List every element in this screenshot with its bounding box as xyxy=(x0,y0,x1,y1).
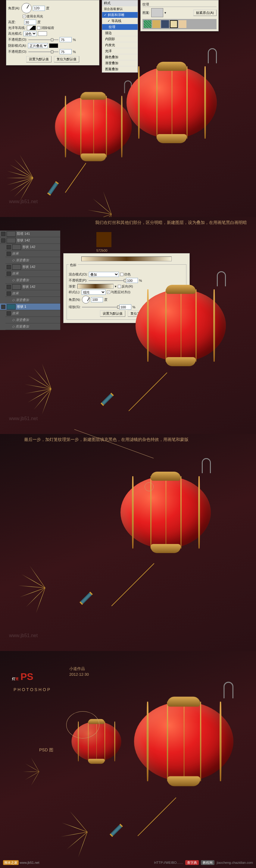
reverse-checkbox[interactable] xyxy=(118,285,121,288)
footer-link[interactable]: 教程网 xyxy=(201,860,215,865)
tassel-line xyxy=(138,798,177,836)
site-badge: 脚本之家 xyxy=(3,860,19,865)
pattern-dialog: 纹理 图案: ▾ 贴紧原点(A) xyxy=(140,0,219,31)
style-select[interactable]: 线性 xyxy=(82,290,106,295)
layer-row[interactable]: 效果 xyxy=(5,250,60,257)
hook-icon xyxy=(208,48,217,63)
anti-alias-checkbox[interactable] xyxy=(37,26,40,30)
pattern-grid[interactable] xyxy=(142,19,217,29)
note-text: 我们在灯丝和其他们部分，区分明暗，新建图层，设为叠加，在用画笔黑白画明暗 xyxy=(95,220,247,225)
angle-input[interactable] xyxy=(33,6,45,11)
angle-label: 角度(N): xyxy=(69,298,81,302)
eye-icon[interactable] xyxy=(1,232,5,236)
layer-row[interactable]: 形状 142 xyxy=(0,237,60,244)
eye-icon[interactable] xyxy=(7,265,11,269)
snap-button[interactable]: 贴紧原点(A) xyxy=(193,10,217,16)
angle-dial[interactable] xyxy=(82,296,90,304)
opacity1-slider[interactable] xyxy=(28,38,58,42)
layer-row[interactable]: 效果 xyxy=(5,290,60,297)
fx-item-contour[interactable]: ✓等高线 xyxy=(102,18,138,24)
shadow-mode-select[interactable]: 正片叠底 xyxy=(28,43,48,48)
fx-item-innershadow[interactable]: 内阴影 xyxy=(102,36,138,42)
fx-title: 样式 xyxy=(104,1,110,5)
gradient-bar[interactable] xyxy=(81,256,172,261)
eye-icon[interactable] xyxy=(7,245,11,249)
fx-item-bevel[interactable]: ✓斜面和浮雕 xyxy=(102,12,138,18)
layer-row[interactable]: 效果 xyxy=(5,310,60,317)
pattern-picker[interactable] xyxy=(151,8,163,17)
zoom-slider[interactable] xyxy=(82,305,118,309)
dither-checkbox[interactable] xyxy=(120,273,124,276)
app-text: PHOTOSHOP xyxy=(13,687,51,692)
fx-item-coloroverlay[interactable]: 颜色叠加 xyxy=(102,54,138,60)
fx-item-innerglow[interactable]: 内发光 xyxy=(102,42,138,48)
opacity-input[interactable] xyxy=(126,278,138,283)
contour-picker[interactable] xyxy=(27,26,36,30)
reset-default-button[interactable]: 复位为默认值 xyxy=(54,56,79,62)
layer-row[interactable]: ◇渐变叠加 xyxy=(5,317,60,323)
eye-icon[interactable] xyxy=(7,285,11,289)
layer-row[interactable]: 效果 xyxy=(5,270,60,277)
layer-row[interactable]: ◇渐变叠加 xyxy=(5,257,60,264)
tassel-line xyxy=(129,373,167,411)
footer-link[interactable]: 查字典 xyxy=(185,860,199,865)
anti-alias-label: 消除锯齿 xyxy=(41,26,54,30)
color-code: 572b00 xyxy=(96,249,107,252)
gradient-label: 渐变: xyxy=(69,284,76,289)
opacity1-label: 不透明度(O): xyxy=(8,37,27,42)
layers-panel: 阳塔 141 形状 142 形状 142 效果 ◇渐变叠加 形状 142 效果 … xyxy=(0,230,60,330)
opacity1-input[interactable] xyxy=(60,37,72,42)
angle-label: 角度(A): xyxy=(8,6,20,10)
fx-item-satin[interactable]: 光泽 xyxy=(102,48,138,54)
watermark: www.jb51.net xyxy=(9,416,38,421)
eye-icon[interactable] xyxy=(7,291,11,296)
layer-row[interactable]: 阳塔 141 xyxy=(0,230,60,237)
global-light-label: 使用全局光 xyxy=(27,14,43,19)
eye-icon[interactable] xyxy=(7,252,11,256)
group-label: 色标 xyxy=(69,263,78,267)
blend-mode-select[interactable]: 叠加 xyxy=(89,272,119,277)
fx-item-stroke[interactable]: 描边 xyxy=(102,30,138,36)
gloss-label: 光泽等高线: xyxy=(8,26,26,30)
layer-row[interactable]: ◇图案叠加 xyxy=(5,323,60,330)
layer-row[interactable]: ◇渐变叠加 xyxy=(5,277,60,284)
angle-input[interactable] xyxy=(91,297,103,302)
layer-row[interactable]: 形状 142 xyxy=(5,264,60,270)
align-checkbox[interactable]: ✓ xyxy=(107,290,110,294)
hl-mode-select[interactable]: 滤色 xyxy=(24,31,37,36)
eye-icon[interactable] xyxy=(1,305,5,309)
layer-row[interactable]: ◇渐变叠加 xyxy=(5,297,60,304)
layer-row[interactable]: 形状 142 xyxy=(5,284,60,290)
eye-icon[interactable] xyxy=(7,272,11,276)
tassel-spray xyxy=(6,151,60,205)
gradient-picker[interactable] xyxy=(77,284,114,289)
shadow-color-swatch[interactable] xyxy=(49,43,58,48)
set-default-button[interactable]: 设置为默认值 xyxy=(100,310,125,317)
lantern-big xyxy=(127,695,240,788)
fx-item-texture[interactable]: 纹理 xyxy=(102,24,138,30)
author-text: 小道作品 xyxy=(69,666,85,672)
lantern-final xyxy=(115,470,217,555)
layer-row-selected[interactable]: 形状 1 xyxy=(0,304,60,310)
eye-icon[interactable] xyxy=(1,239,5,243)
opacity2-input[interactable] xyxy=(60,49,72,54)
opacity-slider[interactable] xyxy=(89,278,125,283)
angle-unit: 度 xyxy=(46,6,50,10)
opacity2-slider[interactable] xyxy=(28,50,58,54)
date-text: 2012·12·30 xyxy=(69,672,89,677)
altitude-input[interactable] xyxy=(24,20,36,25)
page-title: 灯笼PS xyxy=(12,660,33,685)
eye-icon[interactable] xyxy=(7,311,11,315)
tassel-spray xyxy=(18,561,72,615)
tassel-line xyxy=(111,563,155,607)
shadow-mode-label: 阴影模式(A): xyxy=(8,43,27,48)
hl-color-swatch[interactable] xyxy=(38,31,47,36)
bevel-dialog: 角度(A): 度 ✓使用全局光 高度: 度 光泽等高线: 消除锯齿 高光模式: … xyxy=(6,0,99,65)
zoom-label: 缩放(S): xyxy=(69,305,81,309)
hl-mode-label: 高光模式: xyxy=(8,31,22,36)
global-light-checkbox[interactable]: ✓ xyxy=(23,15,26,18)
layer-row[interactable]: 形状 142 xyxy=(5,244,60,250)
set-default-button[interactable]: 设置为默认值 xyxy=(26,56,52,62)
angle-dial[interactable] xyxy=(21,3,32,13)
opacity2-label: 不透明度(O): xyxy=(8,50,27,54)
